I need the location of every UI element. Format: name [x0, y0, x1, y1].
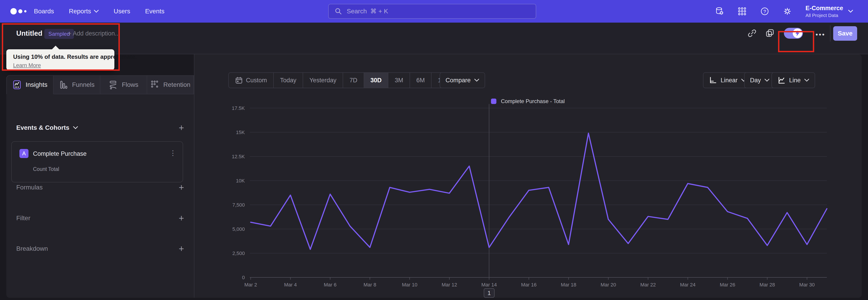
x-axis-label: Mar 30 — [799, 282, 815, 288]
y-axis-label: 15K — [236, 129, 245, 135]
y-axis-label: 12.5K — [232, 154, 245, 159]
tooltip-text: Using 10% of data. Results are approxima… — [13, 53, 107, 60]
sampling-tooltip: Using 10% of data. Results are approxima… — [6, 49, 114, 70]
x-axis-label: Mar 26 — [720, 282, 735, 288]
x-axis-label: Mar 2 — [244, 282, 257, 288]
page-1-button[interactable]: 1 — [484, 288, 495, 298]
x-axis-label: Mar 18 — [561, 282, 576, 288]
learn-more-link[interactable]: Learn More — [13, 62, 41, 68]
x-axis-label: Mar 12 — [442, 282, 457, 288]
mixpanel-insights-app: BoardsReportsUsersEvents — [0, 0, 868, 300]
y-axis-label: 10K — [236, 178, 245, 184]
x-axis-label: Mar 20 — [600, 282, 616, 288]
x-axis-label: Mar 6 — [324, 282, 336, 288]
y-axis-label: 17.5K — [232, 106, 245, 111]
x-axis-label: Mar 8 — [364, 282, 376, 288]
x-axis-label: Mar 10 — [402, 282, 417, 288]
series-line[interactable] — [251, 133, 827, 249]
x-axis-label: Mar 24 — [680, 282, 695, 288]
line-chart[interactable]: 02,5005,0007,50010K12.5K15K17.5KMar 2Mar… — [0, 0, 868, 300]
x-axis-label: Mar 28 — [760, 282, 775, 288]
x-axis-label: Mar 22 — [640, 282, 656, 288]
x-axis-label: Mar 4 — [284, 282, 297, 288]
y-axis-label: 7,500 — [232, 202, 245, 208]
x-axis-label: Mar 14 — [482, 282, 497, 288]
x-axis-label: Mar 16 — [521, 282, 536, 288]
y-axis-label: 2,500 — [232, 250, 245, 256]
y-axis-label: 0 — [242, 275, 245, 280]
y-axis-label: 5,000 — [232, 226, 245, 232]
